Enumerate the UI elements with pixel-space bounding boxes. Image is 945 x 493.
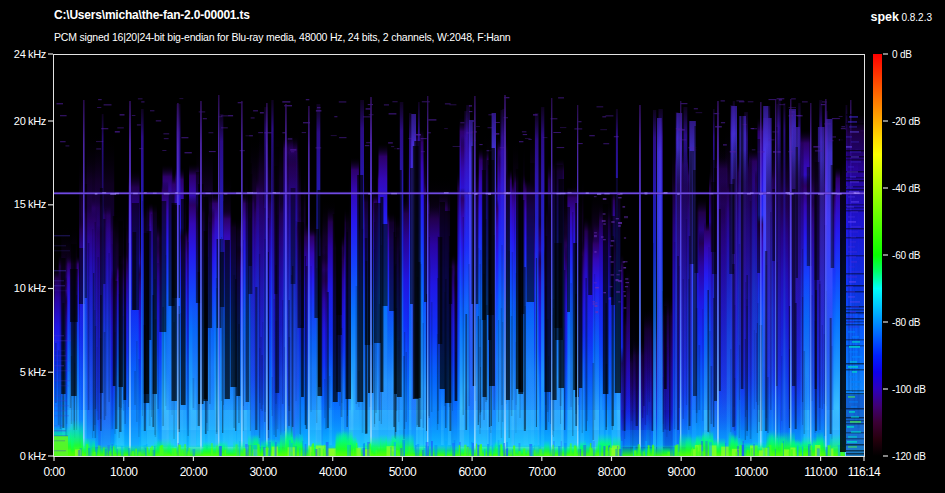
svg-text:116:14: 116:14 <box>848 465 881 479</box>
svg-text:PCM signed 16|20|24-bit big-en: PCM signed 16|20|24-bit big-endian for B… <box>54 31 511 43</box>
svg-text:0.8.2.3: 0.8.2.3 <box>901 12 932 23</box>
svg-text:-40 dB: -40 dB <box>892 183 921 194</box>
svg-text:10 kHz: 10 kHz <box>14 282 46 294</box>
svg-text:100:00: 100:00 <box>734 465 768 479</box>
svg-text:-60 dB: -60 dB <box>892 250 921 261</box>
svg-text:80:00: 80:00 <box>598 465 626 479</box>
svg-text:50:00: 50:00 <box>389 465 417 479</box>
svg-text:C:\Users\micha\the-fan-2.0-000: C:\Users\micha\the-fan-2.0-00001.ts <box>54 8 250 22</box>
svg-text:40:00: 40:00 <box>319 465 347 479</box>
svg-text:60:00: 60:00 <box>458 465 486 479</box>
svg-text:30:00: 30:00 <box>249 465 277 479</box>
svg-text:110:00: 110:00 <box>804 465 837 479</box>
svg-text:90:00: 90:00 <box>668 465 696 479</box>
svg-text:0 kHz: 0 kHz <box>20 450 46 462</box>
svg-text:-120 dB: -120 dB <box>892 451 926 462</box>
svg-text:70:00: 70:00 <box>528 465 556 479</box>
svg-text:0 dB: 0 dB <box>892 49 912 60</box>
svg-text:20 kHz: 20 kHz <box>14 115 46 127</box>
svg-text:24 kHz: 24 kHz <box>14 48 46 60</box>
svg-text:15 kHz: 15 kHz <box>14 198 46 210</box>
svg-text:-80 dB: -80 dB <box>892 317 921 328</box>
svg-text:20:00: 20:00 <box>180 465 208 479</box>
svg-text:0:00: 0:00 <box>43 465 65 479</box>
svg-text:10:00: 10:00 <box>110 465 138 479</box>
svg-text:-20 dB: -20 dB <box>892 116 921 127</box>
svg-text:-100 dB: -100 dB <box>892 384 926 395</box>
svg-text:spek: spek <box>871 10 900 24</box>
svg-text:5 kHz: 5 kHz <box>20 366 46 378</box>
